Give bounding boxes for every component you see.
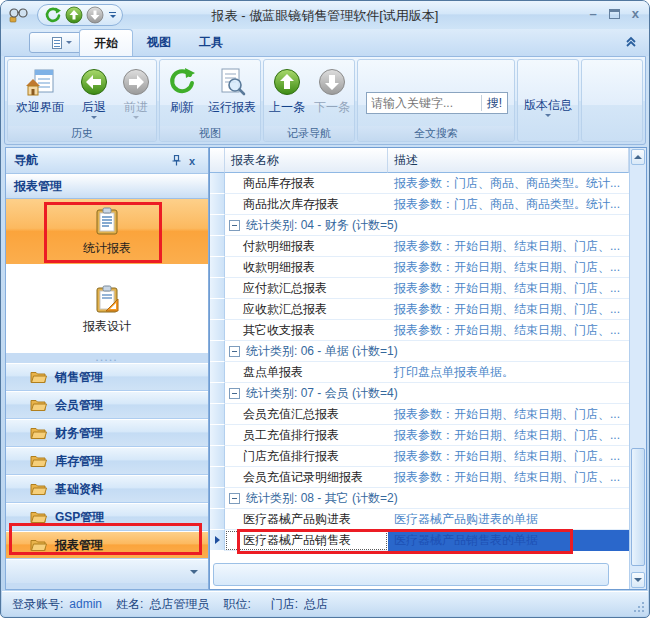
refresh-button[interactable]: 刷新 — [160, 63, 204, 114]
report-name-cell[interactable]: 员工充值排行报表 — [225, 425, 388, 446]
report-name-cell[interactable]: 应收款汇总报表 — [225, 299, 388, 320]
table-row[interactable]: 统计类别: 06 - 单据 (计数=1) — [210, 341, 629, 362]
report-desc-cell[interactable]: 打印盘点单报表单据。 — [388, 362, 629, 383]
version-info-button[interactable]: 版本信息 — [518, 60, 578, 117]
report-name-cell[interactable]: 会员充值汇总报表 — [225, 404, 388, 425]
report-desc-cell[interactable]: 报表参数：开始日期、结束日期、门店、... — [388, 404, 629, 425]
report-desc-cell[interactable]: 报表参数：开始日期、结束日期、门店、... — [388, 278, 629, 299]
report-name-cell[interactable]: 商品库存报表 — [225, 173, 388, 194]
search-input[interactable] — [367, 96, 481, 110]
report-name-cell[interactable]: 门店充值排行报表 — [225, 446, 388, 467]
nav-panel-header: 导航 x — [6, 148, 208, 174]
maximize-button[interactable] — [609, 9, 620, 19]
report-desc-cell[interactable]: 报表参数：开始日期、结束日期、门店、... — [388, 299, 629, 320]
tab-tools[interactable]: 工具 — [185, 29, 237, 56]
table-row[interactable]: 统计类别: 04 - 财务 (计数=5) — [210, 215, 629, 236]
report-name-cell[interactable]: 医疗器械产品销售表 — [225, 530, 388, 551]
report-name-cell[interactable]: 其它收支报表 — [225, 320, 388, 341]
tab-home[interactable]: 开始 — [79, 29, 133, 56]
scrollbar-thumb[interactable] — [631, 448, 645, 566]
report-desc-cell[interactable]: 报表参数：开始日期、结束日期、门店。... — [388, 446, 629, 467]
close-button[interactable]: x — [632, 7, 639, 21]
table-row[interactable]: 其它收支报表 报表参数：开始日期、结束日期、门店、... — [210, 320, 629, 341]
report-desc-cell[interactable]: 医疗器械产品购进表的单据 — [388, 509, 629, 530]
sidebar-item-report-design[interactable]: 报表设计 — [6, 270, 208, 350]
table-row[interactable]: 商品批次库存报表 报表参数：门店、商品、商品类型。统计... — [210, 194, 629, 215]
table-row[interactable]: 门店充值排行报表 报表参数：开始日期、结束日期、门店。... — [210, 446, 629, 467]
sidebar-overflow-button[interactable] — [6, 559, 208, 583]
column-header-desc[interactable]: 描述 — [388, 148, 629, 173]
group-row-label[interactable]: 统计类别: 07 - 会员 (计数=4) — [225, 383, 629, 404]
group-row-label[interactable]: 统计类别: 08 - 其它 (计数=2) — [225, 488, 629, 509]
table-row[interactable]: 会员充值记录明细报表 报表参数：开始日期、结束日期、门店、... — [210, 467, 629, 488]
report-desc-cell[interactable]: 报表参数：开始日期、结束日期、门店、... — [388, 467, 629, 488]
table-row[interactable]: 盘点单报表 打印盘点单报表单据。 — [210, 362, 629, 383]
group-row-label[interactable]: 统计类别: 06 - 单据 (计数=1) — [225, 341, 629, 362]
run-report-button[interactable]: 运行报表 — [204, 63, 260, 114]
sidebar-splitter[interactable]: ..... — [6, 353, 208, 363]
report-name-cell[interactable]: 盘点单报表 — [225, 362, 388, 383]
welcome-button[interactable]: 欢迎界面 — [8, 63, 72, 114]
scroll-up-button[interactable] — [631, 149, 645, 165]
scroll-down-button[interactable] — [631, 572, 645, 588]
table-row[interactable]: 商品库存报表 报表参数：门店、商品、商品类型。统计... — [210, 173, 629, 194]
sidebar-group-label: 报表管理 — [55, 537, 103, 554]
vertical-scrollbar[interactable] — [629, 148, 646, 589]
report-name-cell[interactable]: 应付款汇总报表 — [225, 278, 388, 299]
pin-icon[interactable] — [168, 153, 184, 169]
sidebar-section-header[interactable]: 报表管理 — [6, 174, 208, 199]
table-row[interactable]: 员工充值排行报表 报表参数：开始日期、结束日期、门店、... — [210, 425, 629, 446]
sidebar-group-item[interactable]: 基础资料 — [6, 475, 208, 503]
table-row[interactable]: 应付款汇总报表 报表参数：开始日期、结束日期、门店、... — [210, 278, 629, 299]
forward-dropdown-icon[interactable] — [133, 116, 139, 119]
collapse-minus-icon[interactable] — [229, 346, 240, 357]
clipboard-design-icon — [94, 285, 120, 313]
prev-record-button[interactable]: 上一条 — [264, 63, 310, 114]
sidebar-big-items: 统计报表 报表设计 — [6, 199, 208, 353]
collapse-minus-icon[interactable] — [229, 220, 240, 231]
resize-grip[interactable] — [633, 601, 645, 613]
forward-button[interactable]: 前进 — [116, 63, 156, 119]
report-name-cell[interactable]: 会员充值记录明细报表 — [225, 467, 388, 488]
report-name-cell[interactable]: 收款明细报表 — [225, 257, 388, 278]
report-desc-cell[interactable]: 报表参数：开始日期、结束日期、门店、... — [388, 425, 629, 446]
collapse-minus-icon[interactable] — [229, 493, 240, 504]
next-record-button[interactable]: 下一条 — [310, 63, 354, 114]
sidebar-group-item[interactable]: 销售管理 — [6, 363, 208, 391]
back-button[interactable]: 后退 — [72, 63, 116, 119]
report-desc-cell[interactable]: 报表参数：开始日期、结束日期、门店、... — [388, 236, 629, 257]
back-dropdown-icon[interactable] — [91, 116, 97, 119]
table-row[interactable]: 统计类别: 07 - 会员 (计数=4) — [210, 383, 629, 404]
group-row-label[interactable]: 统计类别: 04 - 财务 (计数=5) — [225, 215, 629, 236]
tab-view[interactable]: 视图 — [133, 29, 185, 56]
sidebar-item-stats-report[interactable]: 统计报表 — [6, 199, 208, 264]
report-desc-cell[interactable]: 报表参数：开始日期、结束日期、门店、... — [388, 257, 629, 278]
report-name-cell[interactable]: 商品批次库存报表 — [225, 194, 388, 215]
sidebar-group-item[interactable]: 报表管理 — [6, 531, 208, 559]
table-row[interactable]: 医疗器械产品销售表 医疗器械产品销售表的单据 — [210, 530, 629, 551]
table-row[interactable]: 医疗器械产品购进表 医疗器械产品购进表的单据 — [210, 509, 629, 530]
table-row[interactable]: 付款明细报表 报表参数：开始日期、结束日期、门店、... — [210, 236, 629, 257]
table-row[interactable]: 会员充值汇总报表 报表参数：开始日期、结束日期、门店、... — [210, 404, 629, 425]
collapse-ribbon-icon[interactable] — [625, 36, 637, 48]
report-desc-cell[interactable]: 报表参数：开始日期、结束日期、门店、... — [388, 320, 629, 341]
sidebar-group-item[interactable]: 财务管理 — [6, 419, 208, 447]
table-row[interactable]: 应收款汇总报表 报表参数：开始日期、结束日期、门店、... — [210, 299, 629, 320]
prev-record-label: 上一条 — [269, 100, 305, 114]
sidebar-group-item[interactable]: GSP管理 — [6, 503, 208, 531]
table-row[interactable]: 收款明细报表 报表参数：开始日期、结束日期、门店、... — [210, 257, 629, 278]
sidebar-group-item[interactable]: 库存管理 — [6, 447, 208, 475]
report-name-cell[interactable]: 付款明细报表 — [225, 236, 388, 257]
report-desc-cell[interactable]: 报表参数：门店、商品、商品类型。统计... — [388, 194, 629, 215]
close-panel-icon[interactable]: x — [184, 153, 200, 169]
minimize-button[interactable]: – — [590, 7, 597, 21]
sidebar-group-label: 基础资料 — [55, 481, 103, 498]
table-row[interactable]: 统计类别: 08 - 其它 (计数=2) — [210, 488, 629, 509]
report-name-cell[interactable]: 医疗器械产品购进表 — [225, 509, 388, 530]
search-button[interactable]: 搜! — [481, 95, 507, 111]
report-desc-cell[interactable]: 报表参数：门店、商品、商品类型。统计... — [388, 173, 629, 194]
report-desc-cell[interactable]: 医疗器械产品销售表的单据 — [388, 530, 629, 551]
collapse-minus-icon[interactable] — [229, 388, 240, 399]
sidebar-group-item[interactable]: 会员管理 — [6, 391, 208, 419]
column-header-name[interactable]: 报表名称 — [225, 148, 388, 173]
